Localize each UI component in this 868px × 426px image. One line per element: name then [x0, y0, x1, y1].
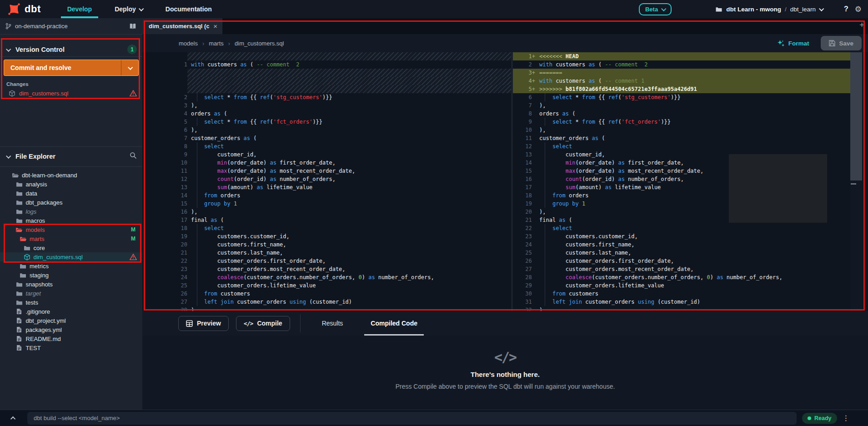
current-editor-line[interactable]: 22 customer_orders.first_order_date, [142, 257, 511, 265]
incoming-editor-line[interactable]: 9 select * from {{ ref('fct_orders')}} [513, 118, 850, 126]
tree-item-dbt-packages[interactable]: dbt_packages [0, 198, 142, 207]
commit-options-button[interactable] [121, 60, 138, 75]
tree-item-dbt-learn-on-demand[interactable]: dbt-learn-on-demand [0, 170, 142, 180]
tree-item--gitignore[interactable]: .gitignore [0, 307, 142, 316]
current-editor-line[interactable]: 10 min(order_date) as first_order_date, [142, 159, 511, 167]
tree-item-data[interactable]: data [0, 189, 142, 198]
tree-item-models[interactable]: modelsM [0, 225, 142, 234]
incoming-editor-line[interactable]: 3+======= [513, 69, 850, 77]
current-editor-line[interactable]: 14 from orders [142, 191, 511, 200]
current-editor-line[interactable] [142, 69, 511, 77]
changed-file-item-dim-customers-sql[interactable]: dim_customers.sql [0, 88, 142, 98]
incoming-editor-line[interactable]: 6 select * from {{ ref('stg_customers')}… [513, 93, 850, 101]
search-icon[interactable] [130, 152, 137, 161]
close-icon[interactable]: × [213, 22, 217, 30]
format-button[interactable]: Format [777, 40, 809, 47]
tree-item-metrics[interactable]: metrics [0, 261, 142, 271]
scrollbar-thumb[interactable] [850, 52, 862, 180]
incoming-editor-line[interactable]: 30 from customers [513, 290, 850, 298]
tree-item-tests[interactable]: tests [0, 298, 142, 307]
nav-deploy[interactable]: Deploy [108, 0, 149, 18]
new-tab-button[interactable]: + [859, 20, 864, 30]
incoming-editor-line[interactable]: 32 ) [513, 306, 850, 311]
tree-item-core[interactable]: core [0, 243, 142, 252]
breadcrumb-file[interactable]: dim_customers.sql [235, 40, 284, 47]
docs-book-icon[interactable] [129, 23, 137, 30]
incoming-editor-line[interactable]: 29 customer_orders.lifetime_value [513, 281, 850, 290]
incoming-editor-line[interactable]: 25 customers.last_name, [513, 249, 850, 257]
incoming-editor-line[interactable]: 10 ), [513, 126, 850, 134]
current-editor-line[interactable]: 24 coalesce(customer_orders.number_of_or… [142, 273, 511, 281]
project-dropdown[interactable]: dbt_learn [790, 6, 823, 13]
current-editor-line[interactable]: 21 customers.last_name, [142, 249, 511, 257]
breadcrumb-marts[interactable]: marts [209, 40, 224, 47]
current-editor-line[interactable] [142, 77, 511, 85]
incoming-editor-line[interactable]: 4+with customers as ( -- comment 1 [513, 77, 850, 85]
current-editor-line[interactable]: 2 select * from {{ ref('stg_customers')}… [142, 93, 511, 101]
incoming-editor-line[interactable]: 27 customer_orders.most_recent_order_dat… [513, 265, 850, 273]
current-editor-line[interactable]: 5 select * from {{ ref('fct_orders')}} [142, 118, 511, 126]
incoming-editor-line[interactable]: 31 left join customer_orders using (cust… [513, 298, 850, 306]
tree-item-macros[interactable]: macros [0, 216, 142, 225]
file-explorer-header[interactable]: File Explorer [0, 149, 142, 163]
current-editor-line[interactable]: 13 sum(amount) as lifetime_value [142, 183, 511, 191]
command-input[interactable] [27, 412, 797, 425]
commit-and-resolve-button[interactable]: Commit and resolve [4, 60, 139, 76]
current-editor-line[interactable]: 15 group by 1 [142, 200, 511, 208]
current-editor-line[interactable]: 19 customers.customer_id, [142, 232, 511, 241]
editor-pane-current[interactable]: 1with customers as ( -- comment 22 selec… [142, 52, 511, 311]
current-editor-line[interactable]: 3), [142, 101, 511, 110]
tab-results[interactable]: Results [316, 311, 350, 336]
incoming-editor-line[interactable]: 8 orders as ( [513, 110, 850, 118]
current-editor-line[interactable] [142, 52, 511, 60]
current-editor-line[interactable]: 8 select [142, 142, 511, 150]
incoming-editor-line[interactable]: 1+<<<<<<< HEAD [513, 52, 850, 60]
current-editor-line[interactable]: 4orders as ( [142, 110, 511, 118]
gear-icon[interactable]: ⚙ [855, 5, 862, 14]
version-control-header[interactable]: Version Control 1 [0, 42, 142, 56]
expand-panel-button[interactable] [0, 416, 27, 420]
save-button[interactable]: Save [821, 36, 862, 50]
incoming-editor-line[interactable]: 24 customers.first_name, [513, 241, 850, 249]
tree-item-test[interactable]: TEST [0, 343, 142, 352]
incoming-editor-line[interactable]: 23 customers.customer_id, [513, 232, 850, 241]
tree-item-dbt-project-yml[interactable]: dbt_project.yml [0, 316, 142, 325]
nav-documentation[interactable]: Documentation [159, 0, 218, 18]
current-editor-line[interactable]: 28) [142, 306, 511, 311]
current-editor-line[interactable]: 16), [142, 208, 511, 216]
tree-item-staging[interactable]: staging [0, 271, 142, 280]
compile-button[interactable]: </> Compile [236, 316, 290, 331]
breadcrumb-models[interactable]: models [179, 40, 198, 47]
current-editor-line[interactable]: 6), [142, 126, 511, 134]
tree-item-packages-yml[interactable]: packages.yml [0, 325, 142, 334]
tree-item-dim-customers-sql[interactable]: dim_customers.sql [0, 252, 142, 261]
beta-dropdown[interactable]: Beta [639, 3, 672, 15]
current-editor-line[interactable]: 23 customer_orders.most_recent_order_dat… [142, 265, 511, 273]
current-editor-line[interactable] [142, 85, 511, 93]
current-editor-line[interactable]: 17final as ( [142, 216, 511, 224]
incoming-editor-line[interactable]: 5+>>>>>>> b81f802a66fd544504c65721e3ffaa… [513, 85, 850, 93]
tree-item-marts[interactable]: martsM [0, 234, 142, 243]
current-editor-line[interactable]: 25 customer_orders.lifetime_value [142, 281, 511, 290]
current-editor-line[interactable]: 27 left join customer_orders using (cust… [142, 298, 511, 306]
current-editor-line[interactable]: 11 max(order_date) as most_recent_order_… [142, 167, 511, 175]
current-editor-line[interactable]: 7customer_orders as ( [142, 134, 511, 142]
tree-item-logs[interactable]: logs [0, 207, 142, 216]
incoming-editor-line[interactable]: 11 customer_orders as ( [513, 134, 850, 142]
preview-button[interactable]: Preview [178, 316, 229, 331]
help-icon[interactable]: ? [844, 5, 848, 13]
current-editor-line[interactable]: 12 count(order_id) as number_of_orders, [142, 175, 511, 183]
tree-item-analysis[interactable]: analysis [0, 180, 142, 189]
tab-dim-customers-sql[interactable]: dim_customers.sql (confli... × [142, 18, 222, 34]
incoming-editor-line[interactable]: 28 coalesce(customer_orders.number_of_or… [513, 273, 850, 281]
current-editor-line[interactable]: 18 select [142, 224, 511, 232]
tree-item-snapshots[interactable]: snapshots [0, 280, 142, 289]
current-editor-line[interactable]: 1with customers as ( -- comment 2 [142, 60, 511, 69]
incoming-editor-line[interactable]: 12 select [513, 142, 850, 150]
incoming-editor-line[interactable]: 7 ), [513, 101, 850, 110]
incoming-editor-line[interactable]: 22 select [513, 224, 850, 232]
incoming-editor-line[interactable]: 2 with customers as ( -- comment 2 [513, 60, 850, 69]
tab-compiled-code[interactable]: Compiled Code [364, 311, 424, 336]
tree-item-readme-md[interactable]: README.md [0, 334, 142, 343]
dbt-logo-icon[interactable] [7, 2, 21, 16]
